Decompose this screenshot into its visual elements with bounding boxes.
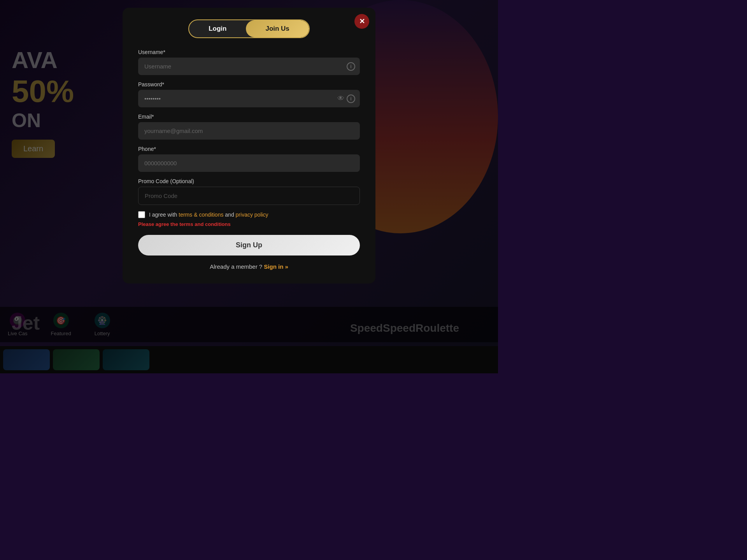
info-circle-password: i — [347, 94, 355, 103]
join-us-tab[interactable]: Join Us — [246, 20, 309, 37]
email-field-group: Email* — [138, 114, 360, 140]
phone-input[interactable] — [138, 154, 360, 172]
username-input[interactable] — [138, 58, 360, 75]
promo-field-group: Promo Code (Optional) — [138, 178, 360, 205]
close-button[interactable]: ✕ — [354, 14, 369, 29]
promo-input[interactable] — [138, 187, 360, 205]
signup-button[interactable]: Sign Up — [138, 235, 360, 256]
phone-input-wrap — [138, 154, 360, 172]
promo-input-wrap — [138, 187, 360, 205]
password-input[interactable] — [138, 90, 360, 107]
eye-slash-icon[interactable]: 👁 — [337, 94, 344, 103]
agree-text: I agree with terms & conditions and priv… — [149, 212, 268, 218]
agree-terms-row: I agree with terms & conditions and priv… — [138, 211, 360, 218]
agree-checkbox[interactable] — [138, 211, 145, 218]
signup-modal: ✕ Login Join Us Username* i Password* 👁 … — [123, 8, 375, 284]
signin-link[interactable]: Sign in » — [264, 263, 288, 270]
email-input-wrap — [138, 122, 360, 140]
error-message: Please agree the terms and conditions — [138, 221, 360, 227]
tab-container: Login Join Us — [188, 19, 310, 38]
email-input[interactable] — [138, 122, 360, 140]
promo-label: Promo Code (Optional) — [138, 178, 360, 184]
password-field-group: Password* 👁 i — [138, 81, 360, 107]
username-label: Username* — [138, 49, 360, 55]
tab-switcher: Login Join Us — [138, 19, 360, 38]
privacy-link[interactable]: privacy policy — [236, 212, 268, 218]
info-circle-username: i — [347, 62, 355, 71]
password-icons[interactable]: 👁 i — [337, 94, 355, 103]
login-tab[interactable]: Login — [189, 20, 246, 37]
phone-label: Phone* — [138, 146, 360, 152]
username-input-wrap: i — [138, 58, 360, 75]
phone-field-group: Phone* — [138, 146, 360, 172]
password-label: Password* — [138, 81, 360, 88]
already-member-row: Already a member ? Sign in » — [138, 263, 360, 270]
password-input-wrap: 👁 i — [138, 90, 360, 107]
terms-link[interactable]: terms & conditions — [179, 212, 223, 218]
username-field-group: Username* i — [138, 49, 360, 75]
username-info-icon[interactable]: i — [347, 62, 355, 71]
email-label: Email* — [138, 114, 360, 120]
